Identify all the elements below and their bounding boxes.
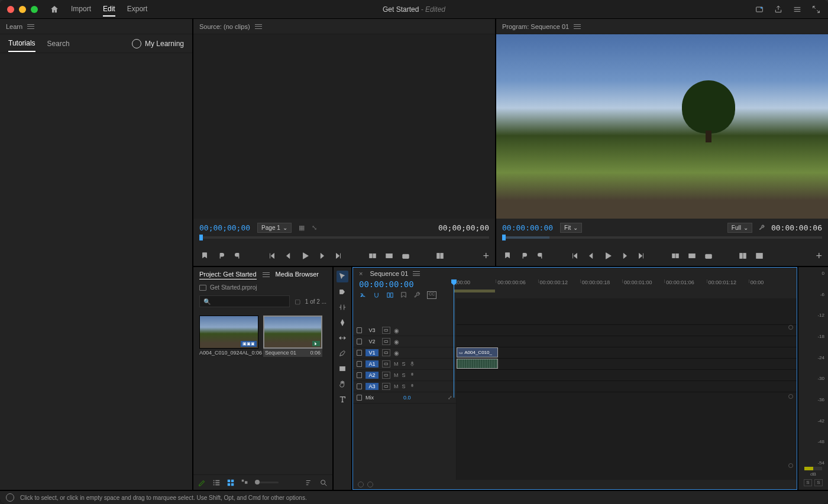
step-back-icon[interactable] [586,251,597,261]
sync-lock-icon[interactable]: ▭ [382,372,390,379]
freeform-view-icon[interactable] [241,479,249,487]
minimize-window-button[interactable] [19,6,26,13]
go-to-out-icon[interactable] [333,251,344,261]
audio-track-header[interactable]: A1▭MS [353,359,456,370]
track-label[interactable]: V2 [366,338,379,345]
source-viewer[interactable] [193,34,495,219]
eye-icon[interactable] [394,339,402,345]
go-to-out-icon[interactable] [636,251,646,261]
lock-icon[interactable] [357,361,362,367]
panel-menu-icon[interactable] [263,272,270,277]
add-marker-icon[interactable] [199,251,210,261]
export-tab[interactable]: Export [127,2,148,17]
slip-tool[interactable] [337,332,348,344]
extract-icon[interactable] [687,251,697,261]
asset-item[interactable]: ⏵ Sequence 010:06 [263,316,322,357]
step-fwd-icon[interactable] [619,251,630,261]
track-content[interactable]: ▭ A004_C010_ [457,298,797,480]
mark-in-icon[interactable] [216,251,227,261]
vscroll-bottom[interactable] [788,463,793,468]
lock-icon[interactable] [357,350,362,356]
step-back-icon[interactable] [283,251,294,261]
solo-left[interactable]: S [804,479,812,486]
program-timecode[interactable]: 00:00:00:00 [502,223,553,232]
hand-tool[interactable] [337,378,348,390]
track-label[interactable]: V3 [366,327,379,334]
edit-tab[interactable]: Edit [103,2,115,17]
icon-view-icon[interactable] [227,479,235,487]
list-view-icon[interactable] [212,479,221,487]
video-track-header[interactable]: V2▭ [353,336,456,347]
search-tab[interactable]: Search [47,36,70,51]
page-select[interactable]: Page 1 [257,223,292,233]
track-select-tool[interactable] [337,286,348,298]
sync-lock-icon[interactable]: ▭ [382,338,390,345]
mic-icon[interactable] [409,361,415,367]
zoom-select[interactable]: Fit [560,223,582,233]
source-timecode-in[interactable]: 00;00;00;00 [199,223,250,232]
timeline-ruler[interactable]: ;00:00 00:00:00:06 00:00:00:12 00:00:00:… [454,279,791,298]
comparison-icon[interactable] [738,251,748,261]
zoom-handle-right[interactable] [367,482,373,487]
share-icon[interactable] [774,5,783,14]
asset-thumb[interactable]: ▣▣▣ [199,316,258,349]
solo-right[interactable]: S [814,479,823,486]
video-track-header[interactable]: V1▭ [353,347,456,359]
video-clip[interactable]: ▭ A004_C010_ [457,347,498,357]
settings-wrench-icon[interactable] [758,224,765,231]
mix-value[interactable]: 0.0 [403,395,411,401]
close-sequence-icon[interactable]: × [359,270,363,277]
solo-button[interactable]: S [402,383,406,389]
sync-lock-icon[interactable]: ▭ [382,360,390,368]
asset-item[interactable]: ▣▣▣ A004_C010_0924AL_0:06 [199,316,258,357]
overlay-icon-a[interactable]: ▦ [299,224,305,232]
overwrite-icon[interactable] [384,251,394,261]
export-frame-icon[interactable] [703,251,714,261]
mic-icon[interactable] [409,383,415,389]
overlay-icon-b[interactable]: ⤡ [312,224,317,232]
resolution-select[interactable]: Full [727,223,752,233]
write-icon[interactable] [198,479,206,487]
comparison-icon[interactable] [435,251,445,261]
panel-menu-icon[interactable] [27,24,34,29]
mix-track-header[interactable]: Mix0.0⤢ [353,392,456,404]
mute-button[interactable]: M [394,361,399,367]
razor-tool[interactable] [337,317,348,329]
source-playhead[interactable] [199,235,203,240]
zoom-handle-left[interactable] [358,482,364,487]
program-range[interactable] [502,236,549,239]
timeline-timecode[interactable]: 00:00:00:00 [359,279,454,289]
mute-button[interactable]: M [394,383,399,389]
mark-out-icon[interactable] [535,251,546,261]
mute-button[interactable]: M [394,372,399,378]
thumb-size-slider[interactable] [255,482,279,483]
home-icon[interactable] [50,5,59,14]
workspaces-menu-icon[interactable] [793,5,802,14]
search-input[interactable]: 🔍 [199,295,290,307]
timeline-zoom-scroll[interactable] [353,480,797,489]
safe-margins-icon[interactable] [754,251,765,261]
ripple-edit-tool[interactable] [337,301,348,313]
maximize-window-button[interactable] [31,6,38,13]
lock-icon[interactable] [357,339,362,344]
sequence-name[interactable]: Sequence 01 [370,270,408,277]
go-to-in-icon[interactable] [267,251,277,261]
tutorials-tab[interactable]: Tutorials [8,35,35,52]
close-window-button[interactable] [7,6,14,13]
solo-button[interactable]: S [402,372,406,378]
track-label[interactable]: A2 [366,372,379,379]
new-bin-icon[interactable]: ▢ [295,298,300,305]
button-editor-plus-icon[interactable]: + [483,250,489,262]
audio-track-header[interactable]: A3▭MS [353,381,456,392]
play-icon[interactable] [603,251,613,261]
export-frame-icon[interactable] [400,251,411,261]
lock-icon[interactable] [357,383,362,389]
media-browser-tab[interactable]: Media Browser [276,269,319,279]
panel-menu-icon[interactable] [255,24,262,29]
mic-icon[interactable] [409,372,415,378]
sync-lock-icon[interactable]: ▭ [382,349,390,356]
track-label[interactable]: V1 [366,349,379,356]
quick-export-icon[interactable] [755,5,764,14]
selection-tool[interactable] [337,271,348,282]
play-icon[interactable] [300,251,310,261]
